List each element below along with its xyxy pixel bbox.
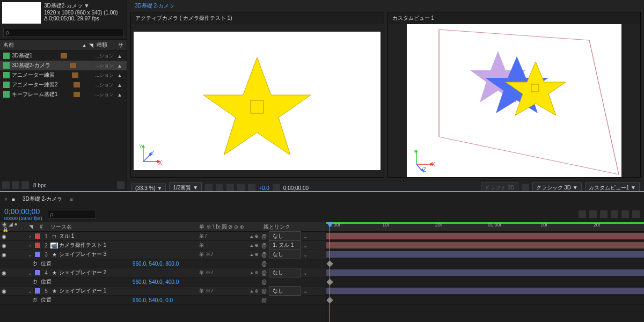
property-value[interactable]: 960.0, 540.0, 400.0: [133, 279, 261, 285]
track-row[interactable]: [326, 241, 644, 250]
tl-icon-3[interactable]: [600, 210, 608, 218]
stopwatch-icon[interactable]: ⏱: [32, 261, 38, 267]
pickwhip-icon[interactable]: @: [261, 252, 267, 258]
comp-thumbnail[interactable]: [2, 2, 41, 24]
graph-editor-icon[interactable]: [621, 210, 629, 218]
col-type[interactable]: 種類: [97, 41, 118, 49]
layer-switches[interactable]: 单 ※ /⟁ ⊕: [197, 251, 261, 258]
expression-pickwhip-icon[interactable]: @: [261, 297, 267, 303]
timeline-tab[interactable]: 3D基礎 2-カメラ: [19, 194, 65, 204]
track-row[interactable]: [326, 250, 644, 259]
pickwhip-icon[interactable]: @: [261, 243, 267, 248]
expression-pickwhip-icon[interactable]: @: [261, 279, 267, 285]
label-color[interactable]: [35, 252, 40, 257]
project-item[interactable]: 3D基礎1...ション▲: [0, 51, 127, 61]
col-name[interactable]: 名前: [3, 41, 82, 49]
layer-switches[interactable]: 单 /⟁ ⊕: [197, 233, 261, 240]
layer-name[interactable]: カメラ操作テスト 1: [58, 241, 197, 249]
layer-switches[interactable]: 单 ※ /⟁ ⊕: [197, 269, 261, 276]
3d-icon[interactable]: [522, 184, 529, 192]
pickwhip-icon[interactable]: @: [261, 233, 267, 239]
property-track[interactable]: [326, 296, 644, 305]
viewer-timecode[interactable]: 0;00;00;00: [283, 185, 309, 191]
parent-dropdown[interactable]: なし: [269, 268, 301, 277]
project-item[interactable]: アニメーター練習2...ション▲: [0, 80, 127, 90]
twirl-icon[interactable]: ⌄: [27, 252, 33, 258]
channel-icon[interactable]: [237, 184, 245, 192]
tl-icon-1[interactable]: [579, 210, 586, 218]
tl-icon-4[interactable]: [611, 210, 618, 218]
expression-pickwhip-icon[interactable]: @: [261, 261, 267, 267]
layer-name[interactable]: ヌル 1: [58, 232, 197, 240]
comp-icon[interactable]: [21, 181, 29, 189]
time-ruler[interactable]: 3:00f10f20f01:00f10f20f02:00f: [326, 222, 644, 232]
project-search-input[interactable]: [3, 28, 123, 37]
exposure-value[interactable]: +0.0: [259, 185, 269, 191]
project-item-type: ...ション: [95, 72, 114, 79]
visibility-toggle[interactable]: ◉: [0, 270, 8, 276]
visibility-toggle[interactable]: ◉: [0, 288, 8, 294]
layer-switches[interactable]: 单 ※ /⟁ ⊕: [197, 288, 261, 295]
snapshot-icon[interactable]: [273, 184, 280, 192]
current-timecode[interactable]: 0;00;00;00: [4, 207, 42, 216]
timeline-search-input[interactable]: [48, 210, 96, 219]
label-color[interactable]: [35, 270, 40, 275]
pickwhip-icon[interactable]: @: [261, 270, 267, 276]
viewer-left-canvas[interactable]: XYZ: [131, 24, 384, 177]
parent-dropdown[interactable]: なし: [269, 250, 301, 259]
playhead[interactable]: [330, 222, 330, 322]
label-color[interactable]: [35, 243, 40, 248]
layer-row[interactable]: ◉⌄4★シェイプレイヤー 2单 ※ /⟁ ⊕@なし⌄: [0, 268, 326, 277]
property-row[interactable]: ⏱位置960.0, 540.0, 0.0@: [0, 296, 326, 305]
trash-icon[interactable]: [117, 181, 125, 189]
layer-switches[interactable]: 单⟁ ⊕: [197, 242, 261, 249]
track-row[interactable]: [326, 287, 644, 296]
twirl-icon[interactable]: ›: [27, 233, 33, 239]
parent-dropdown[interactable]: 1. ヌル 1: [269, 240, 301, 250]
property-value[interactable]: 960.0, 540.0, 800.0: [133, 261, 261, 267]
layer-name[interactable]: シェイプレイヤー 1: [58, 287, 197, 295]
property-track[interactable]: [326, 277, 644, 287]
label-color[interactable]: [35, 233, 40, 239]
twirl-icon[interactable]: ⌄: [27, 270, 33, 276]
property-track[interactable]: [326, 259, 644, 268]
property-row[interactable]: ⏱位置960.0, 540.0, 400.0@: [0, 277, 326, 287]
property-row[interactable]: ⏱位置960.0, 540.0, 800.0@: [0, 259, 326, 268]
visibility-toggle[interactable]: ◉: [0, 243, 8, 248]
folder-icon[interactable]: [12, 181, 19, 189]
track-row[interactable]: [326, 268, 644, 277]
project-item[interactable]: アニメーター練習...ション▲: [0, 70, 127, 80]
parent-dropdown[interactable]: なし: [269, 286, 301, 296]
mask-icon[interactable]: [216, 184, 223, 192]
layer-row[interactable]: ◉›1□ヌル 1单 /⟁ ⊕@なし⌄: [0, 232, 326, 241]
layer-row[interactable]: ◉›2📹カメラ操作テスト 1单⟁ ⊕@1. ヌル 1⌄: [0, 241, 326, 250]
visibility-toggle[interactable]: ◉: [0, 252, 8, 258]
tl-icon-2[interactable]: [589, 210, 597, 218]
reset-icon[interactable]: [248, 184, 255, 192]
twirl-icon[interactable]: ⌄: [27, 288, 33, 294]
layer-name[interactable]: シェイプレイヤー 3: [58, 251, 197, 258]
tl-icon-6[interactable]: [632, 210, 640, 218]
viewer-right-canvas[interactable]: XYZ: [388, 24, 641, 177]
bin-icon[interactable]: [2, 181, 10, 189]
visibility-toggle[interactable]: ◉: [0, 233, 8, 239]
parent-dropdown[interactable]: なし: [269, 231, 301, 241]
twirl-icon[interactable]: ›: [27, 243, 33, 248]
pickwhip-icon[interactable]: @: [261, 288, 267, 294]
grid-icon[interactable]: [205, 184, 213, 192]
property-name: 位置: [41, 296, 52, 304]
layer-row[interactable]: ◉⌄5★シェイプレイヤー 1单 ※ /⟁ ⊕@なし⌄: [0, 287, 326, 296]
label-color[interactable]: [35, 288, 40, 294]
bpc-indicator[interactable]: 8 bpc: [33, 182, 46, 188]
layer-row[interactable]: ◉⌄3★シェイプレイヤー 3单 ※ /⟁ ⊕@なし⌄: [0, 250, 326, 259]
track-row[interactable]: [326, 232, 644, 241]
project-item[interactable]: 3D基礎2-カメラ...ション▲: [0, 61, 127, 70]
timeline-tracks[interactable]: 3:00f10f20f01:00f10f20f02:00f: [326, 222, 644, 322]
stopwatch-icon[interactable]: ⏱: [32, 279, 38, 285]
project-item[interactable]: キーフレーム基礎1...ション▲: [0, 90, 127, 99]
layer-name[interactable]: シェイプレイヤー 2: [58, 269, 197, 276]
viewer-tab[interactable]: 3D基礎 2-カメラ: [131, 1, 178, 11]
stopwatch-icon[interactable]: ⏱: [32, 297, 38, 303]
property-value[interactable]: 960.0, 540.0, 0.0: [133, 297, 261, 303]
adjust-icon[interactable]: [226, 184, 234, 192]
